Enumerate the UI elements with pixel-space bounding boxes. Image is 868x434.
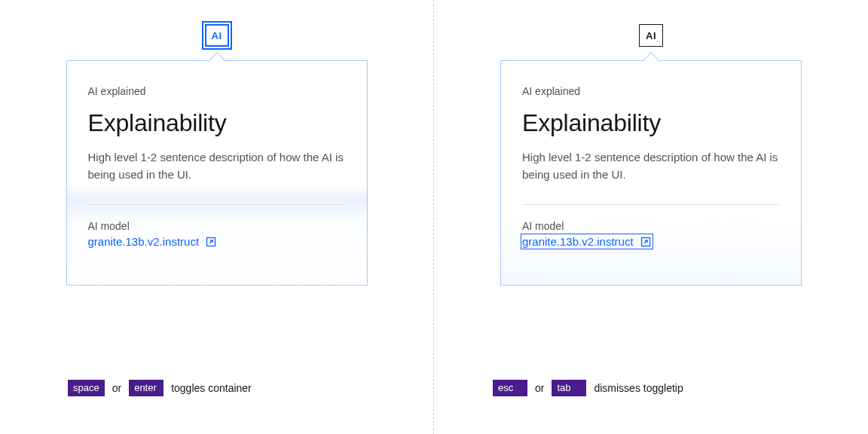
- hint-or: or: [535, 382, 544, 394]
- model-link-text: granite.13b.v2.instruct: [88, 235, 200, 248]
- model-label: AI model: [88, 220, 346, 232]
- model-link-text: granite.13b.v2.instruct: [522, 235, 634, 248]
- key-esc: esc: [493, 380, 527, 396]
- popover-caret: [209, 52, 225, 67]
- hint-or: or: [112, 382, 121, 394]
- popover-divider: [88, 204, 346, 205]
- popover-eyebrow: AI explained: [88, 85, 346, 97]
- popover-eyebrow: AI explained: [522, 85, 780, 97]
- hint-text: toggles container: [171, 382, 252, 394]
- ai-label-text: AI: [212, 30, 222, 41]
- popover-title: Explainability: [88, 109, 346, 137]
- model-link[interactable]: granite.13b.v2.instruct: [88, 235, 218, 248]
- popover-divider: [522, 204, 780, 205]
- model-label: AI model: [522, 220, 780, 232]
- model-link[interactable]: granite.13b.v2.instruct: [522, 235, 652, 248]
- key-enter: enter: [129, 380, 164, 396]
- popover-caret: [643, 52, 659, 67]
- hint-text: dismisses toggletip: [594, 382, 683, 394]
- keyboard-hint: space or enter toggles container: [68, 380, 252, 396]
- panel-left: AI AI explained Explainability High leve…: [0, 0, 434, 434]
- popover-title: Explainability: [522, 109, 780, 137]
- panel-right: AI AI explained Explainability High leve…: [434, 0, 868, 434]
- popover-description: High level 1-2 sentence description of h…: [522, 149, 780, 183]
- ai-label-button[interactable]: AI: [205, 24, 229, 47]
- key-tab: tab: [552, 380, 586, 396]
- keyboard-hint: esc or tab dismisses toggletip: [493, 380, 683, 396]
- launch-icon: [640, 236, 652, 248]
- launch-icon: [205, 236, 217, 248]
- explainability-popover: AI explained Explainability High level 1…: [66, 60, 368, 286]
- ai-label-text: AI: [646, 30, 656, 41]
- ai-label-button[interactable]: AI: [639, 24, 663, 47]
- explainability-popover: AI explained Explainability High level 1…: [500, 60, 802, 286]
- key-space: space: [68, 380, 105, 396]
- popover-description: High level 1-2 sentence description of h…: [88, 149, 346, 183]
